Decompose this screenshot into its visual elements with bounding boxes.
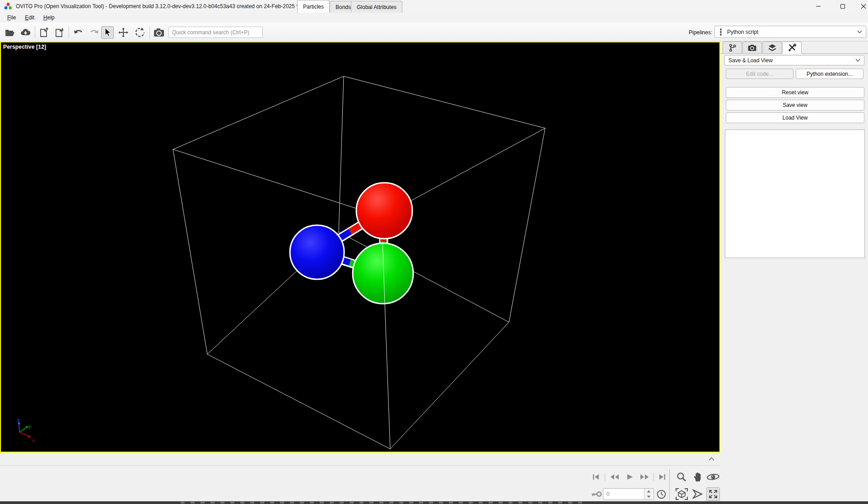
pan-mode-button[interactable] — [692, 472, 704, 482]
tab-global-attributes[interactable]: Global Attributes — [351, 1, 402, 13]
minimize-icon — [816, 4, 821, 9]
data-inspector-tabbar — [0, 453, 720, 466]
menu-edit[interactable]: Edit — [21, 14, 38, 22]
maximize-icon — [840, 4, 845, 9]
title-bar: OVITO Pro (Open Visualization Tool) - De… — [0, 0, 868, 13]
save-session-state-button[interactable] — [38, 26, 51, 39]
close-button[interactable] — [853, 0, 868, 13]
frame-number-input[interactable] — [604, 489, 644, 499]
preview-arrow-icon — [692, 489, 703, 499]
next-frame-button[interactable] — [639, 472, 650, 481]
tools-icon — [788, 44, 796, 52]
maximize-button[interactable] — [832, 0, 853, 13]
pipelines-tab[interactable] — [723, 42, 742, 53]
axis-y-label: y — [28, 424, 31, 429]
saved-views-list[interactable] — [725, 129, 865, 258]
move-mode-button[interactable] — [117, 26, 130, 39]
pipelines-label: Pipelines: — [687, 29, 712, 36]
fast-forward-icon — [640, 474, 649, 480]
file-import-icon — [54, 27, 65, 38]
animation-settings-button[interactable] — [656, 489, 667, 499]
rewind-icon — [610, 474, 619, 480]
pipeline-selected-value: Python script — [727, 29, 758, 35]
pipeline-select[interactable]: Python script — [714, 26, 866, 38]
axis-z-label: z — [17, 417, 20, 423]
chevron-up-icon — [709, 457, 714, 461]
load-view-button[interactable]: Load View — [726, 112, 864, 123]
last-frame-button[interactable] — [657, 472, 667, 481]
axis-x-label: x — [32, 438, 35, 443]
menu-help[interactable]: Help — [40, 14, 58, 22]
menu-bar: File Edit Help — [0, 13, 868, 23]
rendering-tab[interactable] — [742, 42, 762, 53]
select-mode-button[interactable] — [101, 26, 114, 39]
app-logo-icon — [4, 2, 12, 10]
utility-selected-value: Save & Load View — [728, 57, 773, 64]
layers-tab[interactable] — [762, 42, 782, 53]
collapse-inspector-button[interactable] — [705, 454, 718, 464]
folder-open-icon — [5, 27, 15, 38]
first-frame-button[interactable] — [591, 472, 602, 481]
branch-icon — [728, 44, 737, 52]
tab-particles[interactable]: Particles — [297, 0, 330, 13]
chevron-down-icon — [857, 30, 862, 33]
rotate-mode-button[interactable] — [134, 26, 146, 39]
render-button[interactable] — [153, 26, 165, 39]
spin-up-icon — [647, 490, 651, 493]
edit-code-button[interactable]: Edit code... — [726, 69, 793, 79]
utility-select[interactable]: Save & Load View — [724, 55, 864, 65]
auto-key-button[interactable] — [591, 490, 602, 498]
expand-icon — [709, 490, 718, 499]
chevron-down-icon — [855, 59, 860, 62]
load-session-state-button[interactable] — [53, 26, 66, 39]
maximize-viewport-button[interactable] — [706, 487, 720, 501]
import-remote-file-button[interactable] — [19, 26, 32, 39]
particle-red[interactable] — [356, 183, 412, 239]
zoom-scene-extents-button[interactable] — [675, 488, 688, 500]
redo-icon — [88, 27, 100, 38]
viewport-3d[interactable]: Perspective [12] — [0, 42, 720, 453]
toolbar-separator — [149, 26, 150, 38]
zoom-extents-icon — [676, 488, 688, 500]
play-icon — [627, 474, 633, 480]
python-extension-button[interactable]: Python extension... — [796, 69, 863, 79]
pipeline-icon — [719, 28, 723, 36]
frame-spinbox — [603, 488, 654, 500]
window-title: OVITO Pro (Open Visualization Tool) - De… — [16, 3, 299, 9]
zoom-mode-button[interactable] — [676, 472, 687, 482]
minimize-button[interactable] — [808, 0, 829, 13]
cursor-select-icon — [103, 28, 112, 37]
toolbar-separator — [69, 26, 69, 38]
undo-button[interactable] — [72, 26, 85, 39]
open-file-button[interactable] — [4, 26, 16, 39]
viewport-caption[interactable]: Perspective [12] — [3, 44, 46, 50]
last-frame-icon — [658, 474, 666, 480]
spin-down-icon — [647, 495, 651, 498]
previous-frame-button[interactable] — [609, 472, 621, 481]
command-panel: Save & Load View Edit code... Python ext… — [720, 42, 868, 504]
reset-view-button[interactable]: Reset view — [726, 87, 864, 98]
save-view-button[interactable]: Save view — [726, 100, 864, 111]
quick-search-input[interactable] — [168, 27, 263, 38]
key-icon — [591, 491, 602, 497]
ovito-window: OVITO Pro (Open Visualization Tool) - De… — [0, 0, 868, 504]
undo-icon — [73, 27, 84, 38]
file-export-icon — [39, 27, 50, 38]
hand-icon — [693, 472, 702, 482]
redo-button[interactable] — [88, 26, 100, 39]
scene-canvas: z y x — [1, 42, 719, 452]
magnifier-icon — [677, 472, 686, 482]
menu-file[interactable]: File — [4, 14, 19, 22]
orbit-mode-button[interactable] — [706, 472, 720, 482]
toolbar-separator — [35, 26, 35, 38]
close-icon — [861, 4, 866, 9]
clipped-text-marks — [181, 502, 583, 504]
frame-spin-down-button[interactable] — [644, 494, 653, 499]
play-button[interactable] — [625, 472, 635, 481]
frame-spin-up-button[interactable] — [644, 489, 653, 494]
render-preview-button[interactable] — [692, 488, 704, 500]
utilities-tab[interactable] — [782, 42, 802, 54]
clock-icon — [657, 490, 666, 499]
particle-blue[interactable] — [290, 225, 344, 279]
orbit-eye-icon — [706, 472, 720, 481]
